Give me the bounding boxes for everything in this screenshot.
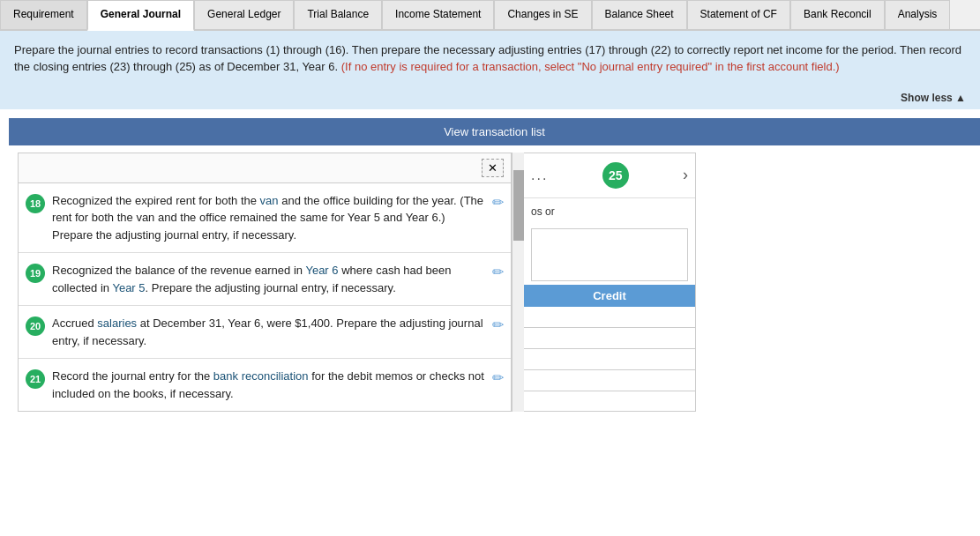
tab-analysis[interactable]: Analysis	[885, 0, 951, 29]
scrollbar[interactable]	[512, 153, 524, 413]
edit-icon-20[interactable]: ✏	[492, 316, 504, 333]
dots-indicator: ...	[531, 168, 548, 183]
tab-balance-sheet[interactable]: Balance Sheet	[592, 0, 687, 29]
credit-row[interactable]	[524, 328, 695, 349]
tab-changes-se[interactable]: Changes in SE	[494, 0, 591, 29]
edit-icon-19[interactable]: ✏	[492, 264, 504, 280]
tab-bank-reconcil[interactable]: Bank Reconcil	[790, 0, 885, 29]
scroll-thumb[interactable]	[513, 170, 524, 241]
transaction-list-panel: ✕ 18 Recognized the expired rent for bot…	[18, 153, 512, 413]
credit-row[interactable]	[524, 307, 695, 328]
edit-icon-18[interactable]: ✏	[492, 194, 504, 211]
view-transaction-button[interactable]: View transaction list	[9, 118, 980, 145]
circle-25-badge: 25	[602, 162, 629, 189]
transaction-badge-20: 20	[26, 316, 45, 336]
transaction-badge-18: 18	[26, 194, 45, 213]
top-controls-bar: ✕	[19, 153, 511, 183]
transaction-row: 21 Record the journal entry for the bank…	[19, 359, 511, 411]
transaction-row: 18 Recognized the expired rent for both …	[19, 183, 511, 254]
credit-header: Credit	[524, 285, 695, 307]
close-button[interactable]: ✕	[482, 159, 504, 177]
tab-requirement[interactable]: Requirement	[0, 0, 87, 29]
chevron-right-icon[interactable]: ›	[683, 166, 688, 184]
transaction-row: 19 Recognized the balance of the revenue…	[19, 253, 511, 306]
transaction-row: 20 Accrued salaries at December 31, Year…	[19, 306, 511, 359]
tab-statement-of-cf[interactable]: Statement of CF	[687, 0, 790, 29]
credit-row[interactable]	[524, 370, 695, 391]
right-panel: ... 25 › os or Credit	[524, 153, 696, 413]
tab-trial-balance[interactable]: Trial Balance	[294, 0, 382, 29]
transaction-text-19: Recognized the balance of the revenue ea…	[52, 262, 485, 296]
right-panel-partial-text: os or	[524, 198, 695, 225]
tab-bar: Requirement General Journal General Ledg…	[0, 0, 980, 31]
tab-general-ledger[interactable]: General Ledger	[194, 0, 294, 29]
show-less-button[interactable]: Show less	[0, 86, 980, 109]
transaction-text-21: Record the journal entry for the bank re…	[52, 368, 485, 402]
credit-section: Credit	[524, 285, 695, 412]
transaction-badge-19: 19	[26, 264, 45, 283]
transaction-text-20: Accrued salaries at December 31, Year 6,…	[52, 315, 485, 349]
tab-general-journal[interactable]: General Journal	[87, 0, 194, 31]
credit-row[interactable]	[524, 349, 695, 370]
info-box: Prepare the journal entries to record tr…	[0, 31, 980, 86]
tab-income-statement[interactable]: Income Statement	[382, 0, 494, 29]
edit-icon-21[interactable]: ✏	[492, 369, 504, 386]
transaction-badge-21: 21	[26, 369, 45, 389]
right-panel-top: ... 25 ›	[524, 153, 695, 198]
credit-rows	[524, 307, 695, 412]
transaction-text-18: Recognized the expired rent for both the…	[52, 192, 485, 244]
info-red-text: (If no entry is required for a transacti…	[341, 60, 840, 73]
entry-box[interactable]	[531, 228, 688, 281]
